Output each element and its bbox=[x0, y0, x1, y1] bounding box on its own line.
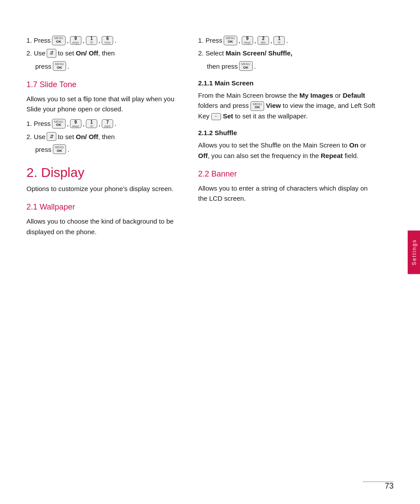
menu-ok-key-1: MENUOK bbox=[52, 36, 66, 45]
period6: . bbox=[254, 61, 256, 71]
section-2-body: Options to customize your phone’s displa… bbox=[26, 184, 176, 194]
menu-ok-key-3: MENUOK bbox=[52, 119, 66, 129]
step1-slide: 1. Press MENUOK , 9wxyz , 1✉ , 7pqrs . bbox=[26, 118, 176, 129]
comma8: , bbox=[254, 35, 256, 45]
step1-label: 1. Press bbox=[26, 35, 51, 45]
section-211-body: From the Main Screen browse the My Image… bbox=[198, 90, 379, 121]
settings-sidebar: Settings bbox=[408, 230, 420, 274]
press-label-1: press bbox=[35, 61, 52, 71]
menu-ok-key-6: MENUOK bbox=[239, 61, 253, 71]
section-17-body: Allows you to set a flip tone that will … bbox=[26, 94, 176, 114]
page-number: 73 bbox=[385, 482, 394, 491]
step1-right-label: 1. Press bbox=[198, 35, 222, 45]
key-2abc: 2abc bbox=[258, 36, 269, 45]
key-1-1: 1✉ bbox=[86, 36, 97, 45]
step2-right: 2. Select Main Screen/ Shuffle, bbox=[198, 48, 379, 58]
step1-slide-label: 1. Press bbox=[26, 118, 51, 129]
key-6mno: 6mno bbox=[102, 36, 113, 45]
key-9wxyz-3: 9wxyz bbox=[242, 36, 253, 45]
key-9wxyz-2: 9wxyz bbox=[70, 119, 81, 128]
nav-icon-1: ⇵ bbox=[47, 49, 56, 58]
section-22-body: Allows you to enter a string of characte… bbox=[198, 183, 379, 204]
period4: . bbox=[67, 144, 69, 155]
press-label-2: press bbox=[35, 144, 52, 155]
step2-right-cont: then press MENUOK . bbox=[207, 61, 379, 71]
section-21-body: Allows you to choose the kind of backgro… bbox=[26, 216, 176, 237]
step1-left: 1. Press MENUOK , 9wxyz , 1✉ , 6mno . bbox=[26, 35, 176, 45]
left-column: 1. Press MENUOK , 9wxyz , 1✉ , 6mno . 2.… bbox=[0, 35, 189, 478]
period2: . bbox=[67, 61, 69, 71]
key-1-3: 1✉ bbox=[273, 36, 285, 45]
comma4: , bbox=[67, 118, 69, 129]
period5: . bbox=[286, 35, 288, 45]
step2-left: 2. Use ⇵ to set On/ Off, then bbox=[26, 48, 176, 58]
comma1: , bbox=[67, 35, 69, 45]
section-17-title: 1.7 Slide Tone bbox=[26, 80, 176, 89]
step2-left-cont: press MENUOK . bbox=[35, 61, 176, 71]
comma2: , bbox=[83, 35, 85, 45]
step2-slide: 2. Use ⇵ to set On/ Off, then bbox=[26, 132, 176, 142]
step2-slide-text: to set On/ Off, then bbox=[58, 132, 114, 142]
section-212-title: 2.1.2 Shuffle bbox=[198, 129, 379, 136]
step2-slide-cont: press MENUOK . bbox=[35, 144, 176, 155]
section-21-title: 2.1 Wallpaper bbox=[26, 202, 176, 212]
settings-tab-label: Settings bbox=[408, 230, 420, 274]
menu-ok-key-2: MENUOK bbox=[53, 61, 66, 71]
step2-slide-label: 2. Use bbox=[26, 132, 45, 142]
step1-right: 1. Press MENUOK , 9wxyz , 2abc , 1✉ . bbox=[198, 35, 379, 45]
period1: . bbox=[114, 35, 116, 45]
nav-icon-2: ⇵ bbox=[47, 132, 56, 141]
menu-ok-key-5: MENUOK bbox=[224, 36, 237, 45]
page-container: 1. Press MENUOK , 9wxyz , 1✉ , 6mno . 2.… bbox=[0, 0, 420, 504]
comma9: , bbox=[270, 35, 272, 45]
menu-ok-key-4: MENUOK bbox=[53, 144, 66, 154]
comma7: , bbox=[239, 35, 240, 45]
comma3: , bbox=[99, 35, 100, 45]
right-column: 1. Press MENUOK , 9wxyz , 2abc , 1✉ . 2.… bbox=[189, 35, 405, 478]
period3: . bbox=[114, 118, 116, 129]
section-211-title: 2.1.1 Main Screen bbox=[198, 79, 379, 87]
step2-right-label: 2. Select Main Screen/ Shuffle, bbox=[198, 48, 292, 58]
comma6: , bbox=[99, 118, 100, 129]
step2-text-left: to set On/ Off, then bbox=[58, 48, 114, 58]
section-2-title: 2. Display bbox=[26, 165, 176, 180]
then-press-label: then press bbox=[207, 61, 238, 71]
step2-label-left: 2. Use bbox=[26, 48, 45, 58]
section-212-body: Allows you to set the Shuffle on the Mai… bbox=[198, 140, 379, 161]
key-1-2: 1✉ bbox=[86, 119, 97, 128]
key-7pqrs: 7pqrs bbox=[102, 119, 113, 128]
section-22-title: 2.2 Banner bbox=[198, 169, 379, 179]
key-9wxyz-1: 9wxyz bbox=[70, 36, 81, 45]
softkey-set-icon: ← bbox=[211, 113, 221, 120]
comma5: , bbox=[83, 118, 85, 129]
menu-ok-key-7: MENUOK bbox=[251, 101, 264, 111]
